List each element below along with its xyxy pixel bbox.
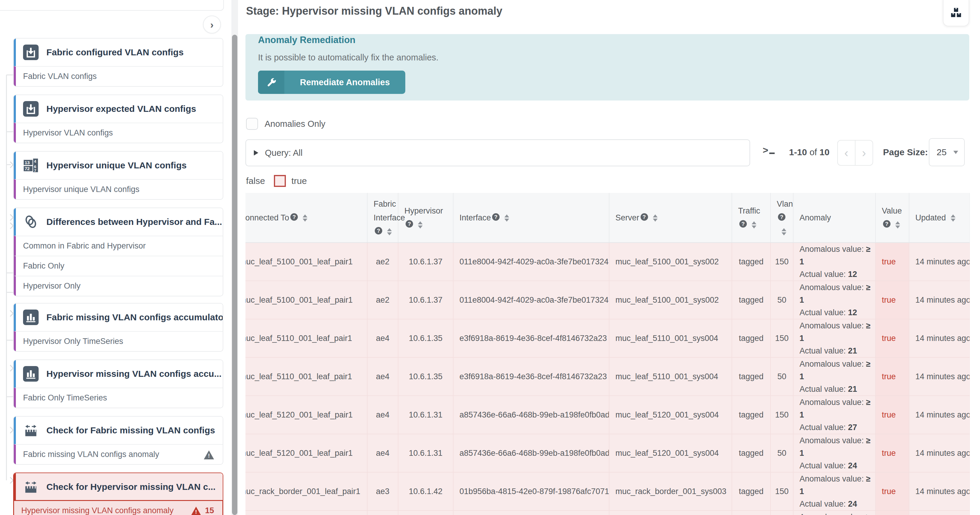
stage-card-differences[interactable]: Differences between Hypervisor and Fa...… xyxy=(13,208,223,296)
range-of: of xyxy=(810,147,817,157)
stage-output-label: Fabric missing VLAN configs anomaly xyxy=(23,450,159,459)
sidebar-scrollbar-thumb[interactable] xyxy=(232,35,237,515)
stage-output[interactable]: Fabric Only xyxy=(14,256,223,276)
sort-icon[interactable] xyxy=(895,221,900,228)
help-icon[interactable]: ? xyxy=(492,213,500,221)
col-server[interactable]: Server? xyxy=(609,193,732,242)
stage-output[interactable]: Fabric Only TimeSeries xyxy=(14,388,223,408)
actual-value: 27 xyxy=(848,423,857,432)
connector-line xyxy=(6,131,13,132)
stage-output[interactable]: Hypervisor VLAN configs xyxy=(14,123,223,143)
query-bar[interactable]: Query: All xyxy=(245,139,750,166)
help-icon[interactable]: ? xyxy=(739,220,747,228)
col-anomaly[interactable]: Anomaly xyxy=(793,193,875,242)
remediate-anomalies-button[interactable]: Remediate Anomalies xyxy=(258,71,405,94)
stage-card-hypervisor-unique[interactable]: 1372467 Hypervisor unique VLAN configs H… xyxy=(13,151,223,200)
sort-icon[interactable] xyxy=(418,221,423,228)
stage-card-check-hypervisor-missing[interactable]: Check for Hypervisor missing VLAN c... H… xyxy=(13,472,223,515)
actual-label: Actual value: xyxy=(800,499,846,509)
help-icon[interactable]: ? xyxy=(406,220,413,228)
sort-icon[interactable] xyxy=(302,214,307,222)
col-traffic[interactable]: Traffic? xyxy=(732,193,770,242)
anomalous-label: Anomalous value: xyxy=(800,360,864,368)
prev-page-button[interactable]: ‹ xyxy=(838,141,856,165)
stage-output[interactable]: Common in Fabric and Hypervisor xyxy=(14,236,223,256)
sidebar-collapse-button[interactable]: › xyxy=(203,16,221,33)
anomalies-only-checkbox[interactable] xyxy=(246,118,258,130)
stage-card-hypervisor-missing-accumulator[interactable]: Hypervisor missing VLAN configs accu... … xyxy=(13,360,223,408)
help-icon[interactable]: ? xyxy=(778,213,786,221)
help-icon[interactable]: ? xyxy=(641,213,648,221)
cell-anomaly: Anomalous value: ≥ 1Actual value: 24 xyxy=(793,510,875,515)
cell-connected-to: muc_leaf_5110_001_leaf_pair1 xyxy=(245,357,367,396)
anomalous-label: Anomalous value: xyxy=(800,474,864,483)
stage-output-label: Hypervisor missing VLAN configs anomaly xyxy=(21,506,173,515)
stage-output-label: Common in Fabric and Hypervisor xyxy=(23,241,146,250)
sort-icon[interactable] xyxy=(504,214,509,222)
cell-updated: 14 minutes ago xyxy=(909,242,970,281)
table-row: muc_leaf_5120_001_leaf_pair1 ae4 10.6.1.… xyxy=(245,434,970,472)
stage-title: Check for Fabric missing VLAN configs xyxy=(46,425,215,436)
sort-icon[interactable] xyxy=(781,228,786,235)
help-icon[interactable]: ? xyxy=(375,227,382,235)
sort-icon[interactable] xyxy=(752,221,756,228)
cell-hypervisor: 10.6.1.37 xyxy=(398,281,453,319)
col-label: Value xyxy=(882,206,902,216)
stage-card-fabric-missing-accumulator[interactable]: Fabric missing VLAN configs accumulator … xyxy=(13,303,223,352)
stage-output[interactable]: Fabric missing VLAN configs anomaly xyxy=(14,444,223,464)
col-hypervisor[interactable]: Hypervisor? xyxy=(398,193,453,242)
next-page-button[interactable]: › xyxy=(856,141,873,165)
col-value[interactable]: Value? xyxy=(875,193,909,242)
col-fabric-interface[interactable]: Fabric Interface? xyxy=(367,193,398,242)
cell-traffic: tagged xyxy=(732,281,770,319)
col-interface[interactable]: Interface? xyxy=(453,193,609,242)
sort-icon[interactable] xyxy=(951,214,955,222)
cell-updated: 14 minutes ago xyxy=(909,281,970,319)
stage-output[interactable]: Hypervisor unique VLAN configs xyxy=(14,179,223,199)
cell-interface: a857436e-66a6-468b-99eb-a198fe0fb0ad xyxy=(453,396,609,434)
table-row: muc_leaf_5100_001_leaf_pair1 ae2 10.6.1.… xyxy=(245,242,970,281)
cell-server: muc_rack_border_001_sys003 xyxy=(609,510,732,515)
col-updated[interactable]: Updated xyxy=(909,193,970,242)
stage-output[interactable]: Hypervisor Only TimeSeries xyxy=(14,331,223,351)
cell-fabric-interface: ae4 xyxy=(367,319,398,357)
actual-label: Actual value: xyxy=(800,270,846,279)
cell-interface: e3f6918a-8619-4e36-8cef-4f8146732a23 xyxy=(453,319,609,357)
stage-card-fabric-configured[interactable]: Fabric configured VLAN configs Fabric VL… xyxy=(13,38,223,87)
stage-output[interactable]: Fabric VLAN configs xyxy=(14,66,223,86)
connector-arrow-icon xyxy=(7,365,14,372)
sort-icon[interactable] xyxy=(653,214,658,222)
sort-icon[interactable] xyxy=(387,228,392,235)
cell-hypervisor: 10.6.1.31 xyxy=(398,396,453,434)
stage-card-check-fabric-missing[interactable]: Check for Fabric missing VLAN configs Fa… xyxy=(13,416,223,465)
terminal-icon[interactable]: > xyxy=(763,145,775,155)
pager: ‹ › xyxy=(837,140,873,166)
pipeline-sidebar: › Fabric configured VLAN configs Fabric … xyxy=(0,0,231,515)
anomalous-label: Anomalous value: xyxy=(800,513,864,515)
anomalies-only-label[interactable]: Anomalies Only xyxy=(265,119,325,129)
cell-anomaly: Anomalous value: ≥ 1Actual value: 24 xyxy=(793,472,875,510)
anomaly-remediation-banner: Anomaly Remediation It is possible to au… xyxy=(245,34,969,100)
stage-output[interactable]: Hypervisor Only xyxy=(14,276,223,296)
col-connected-to[interactable]: Connected To? xyxy=(245,193,367,242)
stage-card-hypervisor-expected[interactable]: Hypervisor expected VLAN configs Hypervi… xyxy=(13,95,223,143)
sidebar-scrollbar-track[interactable] xyxy=(231,0,238,515)
cell-vlan: 50 xyxy=(770,510,793,515)
range-total: 10 xyxy=(819,147,829,157)
help-icon[interactable]: ? xyxy=(883,220,891,228)
anomalous-label: Anomalous value: xyxy=(800,283,864,292)
cell-hypervisor: 10.6.1.35 xyxy=(398,357,453,396)
wrench-icon xyxy=(258,71,284,94)
col-vlan[interactable]: Vlan? xyxy=(770,193,793,242)
stage-output-selected[interactable]: Hypervisor missing VLAN configs anomaly … xyxy=(13,500,223,515)
page-size-select[interactable]: 25 xyxy=(929,138,965,166)
banner-title: Anomaly Remediation xyxy=(258,35,356,46)
cell-fabric-interface: ae4 xyxy=(367,396,398,434)
cell-value: true xyxy=(875,396,909,434)
actual-value: 24 xyxy=(848,461,857,470)
connector-line xyxy=(6,340,13,341)
cell-value: true xyxy=(875,242,909,281)
stages-view-button[interactable] xyxy=(943,0,969,26)
help-icon[interactable]: ? xyxy=(290,213,298,221)
results-table: Connected To? Fabric Interface? Hypervis… xyxy=(245,193,970,515)
